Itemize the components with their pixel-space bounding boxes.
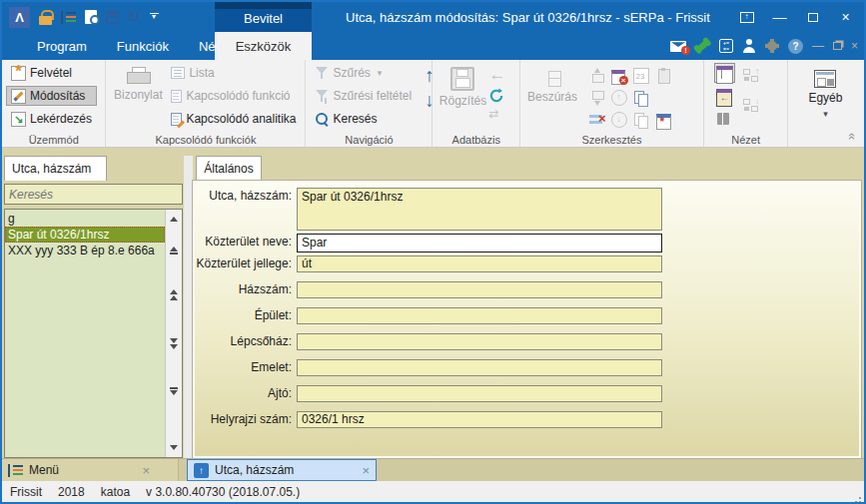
calendar-icon[interactable] (633, 68, 649, 84)
collapse-ribbon-icon[interactable]: « (845, 133, 860, 140)
tab-program[interactable]: Program (22, 32, 102, 60)
send-to-bottom-icon[interactable] (589, 90, 605, 106)
rogzites-button[interactable]: Rögzítés (436, 63, 488, 135)
kozterulet-neve-field[interactable]: Spar (297, 234, 662, 252)
bizonylat-button[interactable]: Bizonylat (110, 63, 166, 135)
mdi-restore-icon[interactable] (833, 42, 842, 50)
helyrajzi-szam-field[interactable]: 0326/1 hrsz (297, 411, 662, 428)
new-item-window-icon[interactable] (655, 112, 671, 128)
menu-icon[interactable] (61, 11, 76, 24)
szures-button[interactable]: Szűrés ▾ (310, 63, 417, 83)
settings-gear-icon[interactable] (765, 39, 779, 53)
ribbon-tab-row: Program Funkciók Nézet Eszközök ? — × (2, 32, 864, 60)
database-refresh-icon[interactable] (488, 88, 504, 104)
utca-hazszam-field[interactable]: Spar út 0326/1hrsz (297, 188, 662, 231)
duplicate-icon[interactable] (633, 112, 649, 128)
field-label: Házszám: (195, 281, 297, 298)
app-logo-icon[interactable]: Λ (9, 7, 30, 28)
scroll-up-icon[interactable] (170, 213, 178, 226)
lock-icon[interactable] (39, 10, 52, 25)
ajto-field[interactable] (297, 385, 662, 402)
tab-eszkozok[interactable]: Eszközök (215, 32, 312, 60)
lekerdezes-button[interactable]: Lekérdezés (6, 109, 97, 129)
field-label: Közterület neve: (195, 234, 297, 251)
delete-window-icon[interactable] (611, 68, 627, 84)
beszuras-button[interactable]: Beszúrás (524, 63, 580, 135)
sync-icon[interactable] (488, 107, 505, 121)
group-caption-uzemmod: Üzemmód (2, 134, 105, 146)
view-panel-button[interactable] (714, 63, 735, 83)
send-to-top-icon[interactable] (589, 68, 605, 84)
help-icon[interactable]: ? (788, 39, 803, 54)
paste-icon[interactable] (655, 68, 671, 84)
delete-rows-icon[interactable] (589, 112, 605, 128)
mdi-close-icon[interactable]: × (851, 39, 858, 53)
context-tab-bevitel[interactable]: Bevitel (215, 2, 312, 32)
felvetel-button[interactable]: Felvétel (6, 63, 97, 83)
close-button[interactable]: × (829, 2, 862, 32)
utility-icons: ? — × (670, 32, 858, 60)
left-panel-tab[interactable]: Utca, házszám (4, 156, 107, 181)
field-label: Emelet: (195, 359, 297, 376)
filter-icon (315, 66, 329, 80)
document-search-icon[interactable] (85, 10, 97, 24)
query-icon (11, 112, 26, 127)
tree-down-icon[interactable]: ↓ (743, 97, 759, 113)
egyeb-button[interactable]: Egyéb ▾ (800, 63, 850, 135)
refresh-icon[interactable] (128, 8, 141, 26)
task-tab-utca-hazszam[interactable]: Utca, házszám × (187, 459, 377, 481)
minimize-button[interactable]: — (763, 2, 796, 32)
calculator-icon[interactable] (719, 39, 733, 53)
szuresi-feltetel-button[interactable]: Szűrési feltétel (310, 86, 417, 106)
tab-altalanos[interactable]: Általános (196, 156, 262, 181)
list-item[interactable]: XXX yyy 333 B ép 8.e 666a (5, 243, 165, 258)
related-function-icon (171, 90, 182, 103)
scroll-down-icon[interactable] (170, 441, 178, 454)
quick-access-toolbar: Λ ▾ (9, 2, 159, 32)
lista-button[interactable]: Lista (166, 63, 301, 83)
emelet-field[interactable] (297, 359, 662, 376)
scroll-pageup-icon[interactable] (170, 288, 178, 301)
maximize-button[interactable] (796, 2, 829, 32)
move-down-icon[interactable] (611, 112, 627, 128)
ribbon-display-options-button[interactable] (730, 2, 763, 32)
status-year: 2018 (58, 485, 85, 499)
left-panel: Utca, házszám g Spar út 0326/1hrsz XXX y… (4, 156, 183, 458)
copy-icon[interactable] (633, 90, 649, 106)
task-tab-menu-label: Menü (29, 463, 59, 477)
modositas-button[interactable]: Módosítás (6, 86, 97, 106)
scroll-first-icon[interactable] (170, 244, 178, 256)
list-item-selected[interactable]: Spar út 0326/1hrsz (5, 227, 165, 243)
user-icon[interactable] (742, 39, 756, 53)
phone-icon[interactable] (695, 39, 710, 53)
tab-funkciok[interactable]: Funkciók (102, 32, 184, 60)
kapcsolodo-funkcio-button[interactable]: Kapcsolódó funkció (166, 86, 301, 106)
mail-alert-icon[interactable] (670, 41, 686, 52)
mdi-minimize-icon[interactable]: — (812, 39, 824, 53)
tree-up-icon[interactable]: ↑ (743, 67, 759, 83)
list-item[interactable]: g (5, 211, 165, 227)
hazszam-field[interactable] (297, 281, 662, 298)
scroll-last-icon[interactable] (170, 384, 178, 397)
kereses-button[interactable]: Keresés (310, 109, 417, 129)
epulet-field[interactable] (297, 307, 662, 324)
close-menu-tab-icon[interactable]: × (142, 463, 150, 478)
kapcsolodo-analitika-button[interactable]: Kapcsolódó analitika (166, 109, 301, 129)
close-active-tab-icon[interactable]: × (362, 463, 370, 478)
resize-grip[interactable] (859, 497, 861, 499)
move-up-icon[interactable] (611, 90, 627, 106)
navigation-pane-button[interactable] (714, 86, 735, 106)
list-scrollbar[interactable] (165, 210, 182, 457)
save-icon[interactable] (106, 11, 119, 24)
quick-access-dropdown-icon[interactable]: ▾ (150, 13, 159, 21)
lepcsohaz-field[interactable] (297, 333, 662, 350)
undo-icon[interactable] (488, 65, 505, 85)
book-view-button[interactable] (714, 109, 735, 129)
kozterulet-jellege-field[interactable]: út (297, 255, 662, 272)
edit-pencil-icon (11, 89, 26, 104)
scroll-pagedown-icon[interactable] (170, 337, 178, 350)
task-tab-menu[interactable]: Menü × (2, 459, 179, 481)
panel-splitter[interactable] (184, 156, 193, 458)
search-input[interactable] (4, 184, 183, 205)
field-label: Utca, házszám: (195, 188, 297, 205)
